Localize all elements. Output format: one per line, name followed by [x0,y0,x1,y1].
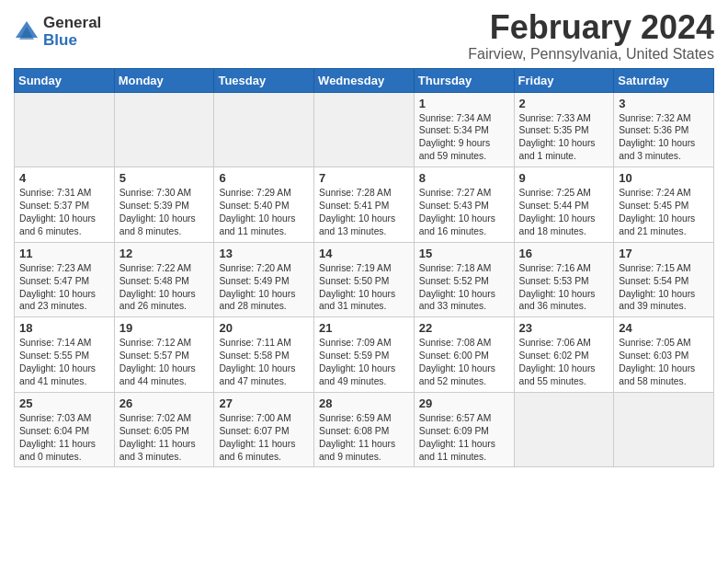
calendar-cell [314,92,415,167]
day-number: 21 [319,321,409,335]
calendar-cell: 7Sunrise: 7:28 AM Sunset: 5:41 PM Daylig… [314,167,415,243]
cell-content: Sunrise: 7:29 AM Sunset: 5:40 PM Dayligh… [219,187,309,238]
cell-content: Sunrise: 7:33 AM Sunset: 5:35 PM Dayligh… [519,112,609,164]
cell-content: Sunrise: 7:19 AM Sunset: 5:50 PM Dayligh… [319,262,409,314]
header: General Blue February 2024 Fairview, Pen… [14,9,714,63]
cell-content: Sunrise: 7:34 AM Sunset: 5:34 PM Dayligh… [419,112,509,164]
logo-general-text: General [43,15,101,32]
day-number: 9 [519,171,609,185]
calendar-cell [514,392,614,467]
week-row-2: 4Sunrise: 7:31 AM Sunset: 5:37 PM Daylig… [15,167,714,243]
calendar-cell: 10Sunrise: 7:24 AM Sunset: 5:45 PM Dayli… [614,167,714,243]
day-number: 7 [319,171,409,185]
calendar-cell: 23Sunrise: 7:06 AM Sunset: 6:02 PM Dayli… [514,317,614,393]
calendar-cell: 12Sunrise: 7:22 AM Sunset: 5:48 PM Dayli… [114,242,214,317]
day-number: 5 [119,171,210,185]
day-header-wednesday: Wednesday [314,68,415,92]
title-area: February 2024 Fairview, Pennsylvania, Un… [468,9,714,63]
calendar-cell [15,92,115,167]
cell-content: Sunrise: 7:30 AM Sunset: 5:39 PM Dayligh… [119,187,210,238]
cell-content: Sunrise: 7:14 AM Sunset: 5:55 PM Dayligh… [19,337,109,388]
cell-content: Sunrise: 7:20 AM Sunset: 5:49 PM Dayligh… [219,262,309,314]
day-header-friday: Friday [514,68,614,92]
calendar-cell: 27Sunrise: 7:00 AM Sunset: 6:07 PM Dayli… [214,392,314,467]
day-number: 16 [519,247,609,260]
day-number: 14 [319,247,409,260]
day-number: 19 [119,321,210,335]
day-number: 10 [619,171,709,185]
cell-content: Sunrise: 7:08 AM Sunset: 6:00 PM Dayligh… [419,337,509,388]
day-number: 27 [219,396,309,410]
calendar-cell: 22Sunrise: 7:08 AM Sunset: 6:00 PM Dayli… [414,317,514,393]
calendar-cell: 9Sunrise: 7:25 AM Sunset: 5:44 PM Daylig… [514,167,614,243]
calendar-cell: 5Sunrise: 7:30 AM Sunset: 5:39 PM Daylig… [114,167,214,243]
day-number: 4 [19,171,109,185]
calendar-cell: 11Sunrise: 7:23 AM Sunset: 5:47 PM Dayli… [15,242,115,317]
day-number: 1 [419,97,509,110]
day-header-row: SundayMondayTuesdayWednesdayThursdayFrid… [15,68,714,92]
cell-content: Sunrise: 7:28 AM Sunset: 5:41 PM Dayligh… [319,187,409,238]
cell-content: Sunrise: 7:31 AM Sunset: 5:37 PM Dayligh… [19,187,109,238]
day-header-tuesday: Tuesday [214,68,314,92]
cell-content: Sunrise: 7:22 AM Sunset: 5:48 PM Dayligh… [119,262,210,314]
day-header-saturday: Saturday [614,68,714,92]
cell-content: Sunrise: 7:03 AM Sunset: 6:04 PM Dayligh… [19,412,109,464]
calendar-cell [614,392,714,467]
cell-content: Sunrise: 7:00 AM Sunset: 6:07 PM Dayligh… [219,412,309,464]
day-number: 3 [619,97,709,110]
day-number: 26 [119,396,210,410]
week-row-1: 1Sunrise: 7:34 AM Sunset: 5:34 PM Daylig… [15,92,714,167]
day-header-monday: Monday [114,68,214,92]
cell-content: Sunrise: 7:32 AM Sunset: 5:36 PM Dayligh… [619,112,709,164]
day-number: 25 [19,396,109,410]
cell-content: Sunrise: 7:02 AM Sunset: 6:05 PM Dayligh… [119,412,210,464]
logo: General Blue [14,15,101,49]
calendar-subtitle: Fairview, Pennsylvania, United States [468,46,714,63]
day-number: 12 [119,247,210,260]
calendar-cell: 4Sunrise: 7:31 AM Sunset: 5:37 PM Daylig… [15,167,115,243]
calendar-cell: 21Sunrise: 7:09 AM Sunset: 5:59 PM Dayli… [314,317,415,393]
cell-content: Sunrise: 7:27 AM Sunset: 5:43 PM Dayligh… [419,187,509,238]
calendar-cell: 17Sunrise: 7:15 AM Sunset: 5:54 PM Dayli… [614,242,714,317]
day-number: 22 [419,321,509,335]
week-row-4: 18Sunrise: 7:14 AM Sunset: 5:55 PM Dayli… [15,317,714,393]
calendar-cell: 16Sunrise: 7:16 AM Sunset: 5:53 PM Dayli… [514,242,614,317]
cell-content: Sunrise: 7:18 AM Sunset: 5:52 PM Dayligh… [419,262,509,314]
calendar-cell: 6Sunrise: 7:29 AM Sunset: 5:40 PM Daylig… [214,167,314,243]
logo-icon [14,19,40,45]
day-number: 20 [219,321,309,335]
day-number: 18 [19,321,109,335]
week-row-3: 11Sunrise: 7:23 AM Sunset: 5:47 PM Dayli… [15,242,714,317]
day-number: 11 [19,247,109,260]
cell-content: Sunrise: 7:23 AM Sunset: 5:47 PM Dayligh… [19,262,109,314]
day-number: 15 [419,247,509,260]
calendar-cell: 19Sunrise: 7:12 AM Sunset: 5:57 PM Dayli… [114,317,214,393]
logo-blue-text: Blue [43,32,101,50]
day-number: 8 [419,171,509,185]
day-number: 29 [419,396,509,410]
day-number: 17 [619,247,709,260]
cell-content: Sunrise: 7:24 AM Sunset: 5:45 PM Dayligh… [619,187,709,238]
cell-content: Sunrise: 6:57 AM Sunset: 6:09 PM Dayligh… [419,412,509,464]
calendar-cell: 20Sunrise: 7:11 AM Sunset: 5:58 PM Dayli… [214,317,314,393]
day-number: 13 [219,247,309,260]
calendar-cell: 1Sunrise: 7:34 AM Sunset: 5:34 PM Daylig… [414,92,514,167]
day-header-thursday: Thursday [414,68,514,92]
cell-content: Sunrise: 7:06 AM Sunset: 6:02 PM Dayligh… [519,337,609,388]
day-number: 23 [519,321,609,335]
cell-content: Sunrise: 7:05 AM Sunset: 6:03 PM Dayligh… [619,337,709,388]
cell-content: Sunrise: 6:59 AM Sunset: 6:08 PM Dayligh… [319,412,409,464]
calendar-table: SundayMondayTuesdayWednesdayThursdayFrid… [14,68,714,468]
calendar-cell: 3Sunrise: 7:32 AM Sunset: 5:36 PM Daylig… [614,92,714,167]
day-header-sunday: Sunday [15,68,115,92]
cell-content: Sunrise: 7:12 AM Sunset: 5:57 PM Dayligh… [119,337,210,388]
cell-content: Sunrise: 7:15 AM Sunset: 5:54 PM Dayligh… [619,262,709,314]
calendar-cell: 8Sunrise: 7:27 AM Sunset: 5:43 PM Daylig… [414,167,514,243]
calendar-cell: 25Sunrise: 7:03 AM Sunset: 6:04 PM Dayli… [15,392,115,467]
calendar-cell: 24Sunrise: 7:05 AM Sunset: 6:03 PM Dayli… [614,317,714,393]
calendar-cell: 18Sunrise: 7:14 AM Sunset: 5:55 PM Dayli… [15,317,115,393]
week-row-5: 25Sunrise: 7:03 AM Sunset: 6:04 PM Dayli… [15,392,714,467]
cell-content: Sunrise: 7:11 AM Sunset: 5:58 PM Dayligh… [219,337,309,388]
calendar-cell: 15Sunrise: 7:18 AM Sunset: 5:52 PM Dayli… [414,242,514,317]
cell-content: Sunrise: 7:25 AM Sunset: 5:44 PM Dayligh… [519,187,609,238]
